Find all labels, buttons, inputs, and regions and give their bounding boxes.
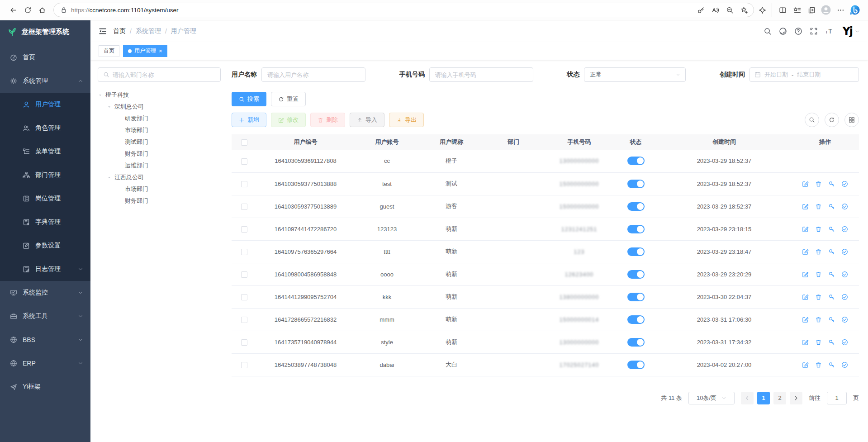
tree-node[interactable]: 市场部门: [98, 183, 221, 195]
row-checkbox[interactable]: [241, 226, 247, 233]
status-toggle[interactable]: [627, 247, 645, 256]
row-checkbox[interactable]: [241, 181, 247, 187]
row-edit-button[interactable]: [802, 248, 809, 255]
status-toggle[interactable]: [627, 293, 645, 301]
page-button-2[interactable]: 2: [773, 392, 786, 404]
row-checkbox[interactable]: [241, 249, 247, 255]
status-toggle[interactable]: [627, 202, 645, 211]
row-delete-button[interactable]: [815, 316, 822, 323]
export-button[interactable]: 导出: [389, 113, 424, 127]
font-size-icon[interactable]: TT: [821, 24, 837, 39]
copilot-icon[interactable]: [848, 3, 862, 17]
sidebar-item-bbs[interactable]: BBS: [0, 328, 90, 352]
profile-icon[interactable]: [819, 3, 833, 17]
refresh-icon[interactable]: [21, 3, 34, 17]
tree-node[interactable]: 财务部门: [98, 148, 221, 160]
github-icon[interactable]: [775, 24, 791, 39]
next-page-button[interactable]: [790, 392, 802, 404]
row-reset-password-button[interactable]: [828, 203, 835, 210]
row-delete-button[interactable]: [815, 361, 822, 368]
address-bar[interactable]: https://ccnetcore.com:1101/system/user: [53, 3, 754, 17]
edit-button[interactable]: 修改: [271, 113, 306, 127]
key-icon[interactable]: [694, 3, 707, 17]
sidebar-item-role[interactable]: 角色管理: [0, 116, 90, 140]
sidebar-item-dept[interactable]: 部门管理: [0, 163, 90, 187]
sidebar-item-monitor[interactable]: 系统监控: [0, 281, 90, 304]
tag-close-icon[interactable]: ×: [159, 48, 162, 54]
page-button-1[interactable]: 1: [757, 392, 770, 404]
row-checkbox[interactable]: [241, 204, 247, 210]
status-select[interactable]: 正常: [584, 67, 686, 82]
row-assign-role-button[interactable]: [841, 203, 848, 210]
goto-page-input[interactable]: [827, 392, 847, 404]
username-input[interactable]: [261, 67, 365, 82]
url-text[interactable]: https://ccnetcore.com:1101/system/user: [71, 7, 690, 14]
row-assign-role-button[interactable]: [841, 248, 848, 255]
row-edit-button[interactable]: [802, 361, 809, 368]
sidebar-item-log[interactable]: 日志管理: [0, 257, 90, 281]
row-edit-button[interactable]: [802, 226, 809, 233]
import-button[interactable]: 导入: [350, 113, 384, 127]
tree-expand-icon[interactable]: [107, 105, 112, 109]
help-icon[interactable]: [791, 24, 806, 39]
tree-node[interactable]: 深圳总公司: [98, 101, 221, 113]
row-assign-role-button[interactable]: [841, 181, 848, 187]
row-assign-role-button[interactable]: [841, 316, 848, 323]
sidebar-item-home[interactable]: 首页: [0, 46, 90, 69]
add-favorite-icon[interactable]: [737, 3, 751, 17]
read-aloud-icon[interactable]: [708, 3, 722, 17]
row-checkbox[interactable]: [241, 317, 247, 323]
row-delete-button[interactable]: [815, 339, 822, 346]
tree-node[interactable]: 市场部门: [98, 124, 221, 136]
row-assign-role-button[interactable]: [841, 226, 848, 233]
browser-essentials-icon[interactable]: [759, 3, 772, 17]
status-toggle[interactable]: [627, 315, 645, 324]
delete-button[interactable]: 删除: [310, 113, 345, 127]
zoom-out-icon[interactable]: [723, 3, 736, 17]
sidebar-item-yi[interactable]: Yi框架: [0, 375, 90, 399]
breadcrumb-system[interactable]: 系统管理: [136, 27, 161, 35]
tree-expand-icon[interactable]: [98, 93, 103, 98]
app-logo[interactable]: 意框架管理系统: [0, 20, 90, 43]
row-assign-role-button[interactable]: [841, 294, 848, 300]
row-reset-password-button[interactable]: [828, 339, 835, 346]
row-checkbox[interactable]: [241, 294, 247, 300]
home-icon[interactable]: [35, 3, 49, 17]
row-delete-button[interactable]: [815, 181, 822, 187]
add-button[interactable]: 新增: [232, 113, 266, 127]
row-delete-button[interactable]: [815, 203, 822, 210]
row-edit-button[interactable]: [802, 339, 809, 346]
dept-search-box[interactable]: [98, 67, 221, 82]
row-edit-button[interactable]: [802, 203, 809, 210]
row-reset-password-button[interactable]: [828, 361, 835, 368]
sidebar-item-erp[interactable]: ERP: [0, 352, 90, 375]
row-delete-button[interactable]: [815, 226, 822, 233]
tree-node[interactable]: 运维部门: [98, 160, 221, 171]
row-checkbox[interactable]: [241, 271, 247, 278]
row-assign-role-button[interactable]: [841, 339, 848, 346]
sidebar-item-user[interactable]: 用户管理: [0, 93, 90, 116]
prev-page-button[interactable]: [741, 392, 754, 404]
row-checkbox[interactable]: [241, 362, 247, 368]
row-reset-password-button[interactable]: [828, 294, 835, 300]
row-edit-button[interactable]: [802, 181, 809, 187]
back-icon[interactable]: [6, 3, 20, 17]
status-toggle[interactable]: [627, 361, 645, 369]
status-toggle[interactable]: [627, 180, 645, 188]
date-range-picker[interactable]: 开始日期 - 结束日期: [749, 67, 859, 82]
split-screen-icon[interactable]: [776, 3, 789, 17]
row-checkbox[interactable]: [241, 158, 247, 165]
user-avatar-menu[interactable]: Yj: [842, 26, 860, 37]
search-button[interactable]: 搜索: [232, 92, 266, 106]
row-reset-password-button[interactable]: [828, 181, 835, 187]
sidebar-item-system[interactable]: 系统管理: [0, 69, 90, 93]
phone-input[interactable]: [429, 67, 533, 82]
row-delete-button[interactable]: [815, 248, 822, 255]
reset-button[interactable]: 重置: [271, 92, 306, 106]
row-reset-password-button[interactable]: [828, 248, 835, 255]
tree-node[interactable]: 研发部门: [98, 113, 221, 124]
tree-node[interactable]: 江西总公司: [98, 171, 221, 183]
toggle-search-button[interactable]: [805, 113, 819, 127]
row-assign-role-button[interactable]: [841, 361, 848, 368]
refresh-table-button[interactable]: [825, 113, 839, 127]
